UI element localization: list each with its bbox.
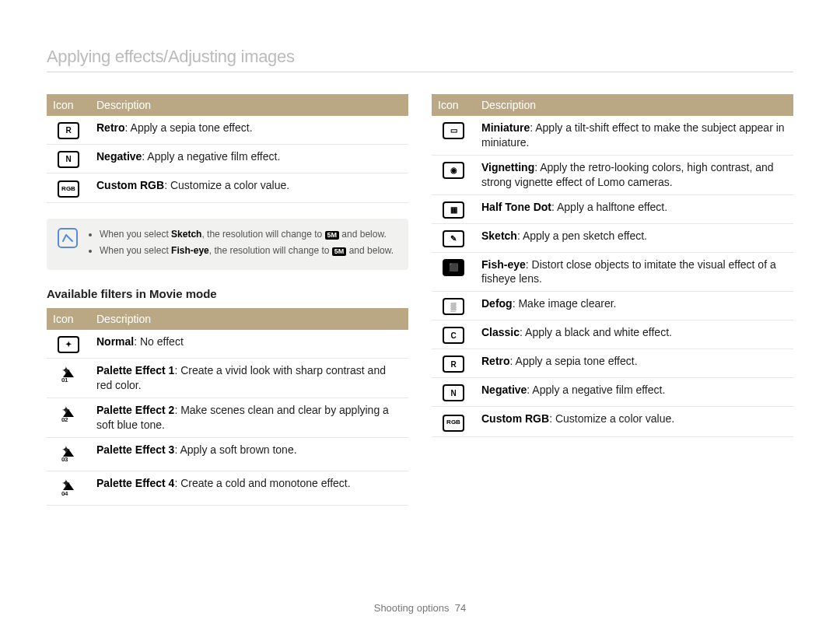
filter-description: Retro: Apply a sepia tone effect. <box>475 349 793 378</box>
retro-icon: R <box>58 122 79 139</box>
palette-2-icon: 02 <box>60 405 77 423</box>
footer-section: Shooting options <box>374 602 450 614</box>
filter-description: Negative: Apply a negative film effect. <box>90 145 408 173</box>
table-row: RGB Custom RGB: Customize a color value. <box>47 173 408 203</box>
negative-icon: N <box>58 151 79 168</box>
filter-name: Sketch <box>481 229 517 242</box>
filter-icon: ▒ <box>432 292 475 321</box>
table-row: R Retro: Apply a sepia tone effect. <box>432 349 793 378</box>
filter-description: Classic: Apply a black and white effect. <box>475 321 793 349</box>
filter-icon: ✎ <box>432 223 475 252</box>
table-row: 03 Palette Effect 3: Apply a soft brown … <box>47 437 408 471</box>
table-row: C Classic: Apply a black and white effec… <box>432 321 793 349</box>
filter-name: Custom RGB <box>481 412 549 425</box>
filter-text: : Make image clearer. <box>513 297 617 310</box>
filter-text: : Distort close objects to imitate the v… <box>481 258 776 285</box>
filter-icon: 01 <box>47 359 90 398</box>
palette-num: 03 <box>61 456 68 464</box>
palette-num: 02 <box>61 416 68 425</box>
filter-icon: RGB <box>432 407 475 436</box>
table-row: 01 Palette Effect 1: Create a vivid look… <box>47 359 408 398</box>
filter-name: Defog <box>481 297 513 310</box>
table-header-row: Icon Description <box>432 94 793 116</box>
table-row: ▒ Defog: Make image clearer. <box>432 292 793 321</box>
filter-icon: ▭ <box>432 116 475 155</box>
filter-description: Custom RGB: Customize a color value. <box>90 173 408 203</box>
info-icon <box>58 228 78 248</box>
note-text: and below. <box>346 245 394 256</box>
filter-text: : Apply a halftone effect. <box>551 201 667 213</box>
filter-name: Palette Effect 2 <box>96 404 174 416</box>
note-text: When you select <box>100 229 171 240</box>
defog-icon: ▒ <box>443 298 464 315</box>
header-description: Description <box>90 308 408 330</box>
resolution-badge: 5M <box>325 231 340 240</box>
filter-name: Miniature <box>481 121 530 134</box>
right-column: Icon Description ▭ Miniature: Apply a ti… <box>432 94 793 506</box>
table-row: R Retro: Apply a sepia tone effect. <box>47 116 408 145</box>
filter-text: : Apply a negative film effect. <box>142 150 280 163</box>
negative-icon: N <box>443 384 464 401</box>
filter-description: Palette Effect 3: Apply a soft brown ton… <box>90 437 408 471</box>
page-title: Applying effects/Adjusting images <box>47 47 793 72</box>
note-text: and below. <box>339 229 387 240</box>
palette-3-icon: 03 <box>60 444 77 463</box>
filter-icon: 03 <box>47 437 90 471</box>
filter-icon: ⬛ <box>432 252 475 292</box>
filter-name: Negative <box>96 150 142 163</box>
filter-icon: ◉ <box>432 155 475 194</box>
filter-icon: R <box>432 349 475 378</box>
table-row: ⬛ Fish-eye: Distort close objects to imi… <box>432 252 793 292</box>
filter-description: Defog: Make image clearer. <box>475 292 793 321</box>
filter-name: Palette Effect 3 <box>96 443 174 456</box>
table-row: 02 Palette Effect 2: Make scenes clean a… <box>47 398 408 437</box>
custom-rgb-icon: RGB <box>443 415 464 432</box>
resolution-badge: 5M <box>332 247 347 256</box>
palette-num: 04 <box>61 490 68 499</box>
filter-icon: N <box>47 145 90 173</box>
palette-1-icon: 01 <box>60 365 77 384</box>
filter-name: Retro <box>96 121 125 134</box>
filter-icon: C <box>432 321 475 349</box>
filter-name: Classic <box>481 326 520 338</box>
note-bold: Fish-eye <box>171 245 209 256</box>
filter-description: Custom RGB: Customize a color value. <box>475 407 793 436</box>
custom-rgb-icon: RGB <box>58 180 79 198</box>
filter-icon: 04 <box>47 471 90 506</box>
note-box: When you select Sketch, the resolution w… <box>47 219 408 270</box>
filter-text: : Apply a black and white effect. <box>520 326 672 338</box>
two-column-layout: Icon Description R Retro: Apply a sepia … <box>47 94 793 506</box>
filter-name: Half Tone Dot <box>481 201 551 213</box>
filter-icon: R <box>47 116 90 145</box>
filter-name: Fish-eye <box>481 258 526 271</box>
filter-description: Fish-eye: Distort close objects to imita… <box>475 252 793 292</box>
movie-filters-heading: Available filters in Movie mode <box>47 287 408 300</box>
filter-text: : Apply a soft brown tone. <box>174 443 296 456</box>
filter-name: Retro <box>481 355 510 367</box>
filter-description: Miniature: Apply a tilt-shift effect to … <box>475 116 793 155</box>
header-description: Description <box>475 94 793 116</box>
filter-description: Palette Effect 2: Make scenes clean and … <box>90 398 408 437</box>
sketch-icon: ✎ <box>443 230 464 247</box>
filter-name: Palette Effect 4 <box>96 477 174 489</box>
header-description: Description <box>90 94 408 116</box>
filters-table-right: Icon Description ▭ Miniature: Apply a ti… <box>432 94 793 437</box>
table-row: RGB Custom RGB: Customize a color value. <box>432 407 793 436</box>
note-bold: Sketch <box>171 229 201 240</box>
filter-name: Palette Effect 1 <box>96 364 174 377</box>
table-row: N Negative: Apply a negative film effect… <box>432 378 793 407</box>
retro-icon: R <box>443 356 464 373</box>
table-header-row: Icon Description <box>47 308 408 330</box>
table-row: ◉ Vignetting: Apply the retro-looking co… <box>432 155 793 194</box>
filter-description: Retro: Apply a sepia tone effect. <box>90 116 408 145</box>
table-row: 04 Palette Effect 4: Create a cold and m… <box>47 471 408 506</box>
filter-name: Custom RGB <box>96 179 164 191</box>
filter-icon: 02 <box>47 398 90 437</box>
filter-icon: RGB <box>47 173 90 203</box>
table-row: N Negative: Apply a negative film effect… <box>47 145 408 173</box>
normal-icon: ✦ <box>58 336 79 353</box>
filter-description: Sketch: Apply a pen sketch effect. <box>475 223 793 252</box>
filter-text: : Apply a pen sketch effect. <box>517 229 647 242</box>
header-icon: Icon <box>47 94 90 116</box>
filter-text: : Customize a color value. <box>549 412 674 425</box>
